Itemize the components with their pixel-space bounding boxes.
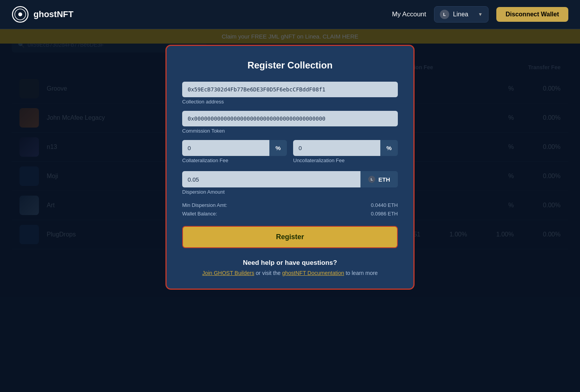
collection-address-label: Collection address	[182, 99, 398, 105]
logo-area: ghostNFT	[12, 6, 74, 23]
commission-token-label: Commission Token	[182, 128, 398, 134]
collateralization-fee-input-row: %	[182, 140, 287, 156]
help-section: Need help or have questions? Join GHOST …	[182, 259, 398, 276]
fee-row: % Collateralization Fee % Uncollateraliz…	[182, 140, 398, 170]
network-name: Linea	[453, 11, 474, 18]
network-selector[interactable]: L Linea ▼	[434, 6, 489, 23]
min-dispersion-value: 0.0440 ETH	[371, 201, 398, 210]
modal-title: Register Collection	[182, 60, 398, 71]
help-text-2: or visit the	[254, 270, 282, 276]
dispersion-row: L ETH	[182, 171, 398, 187]
ghost-builders-link[interactable]: Join GHOST Builders	[202, 270, 255, 276]
chevron-down-icon: ▼	[478, 12, 483, 17]
collateralization-fee-unit-button[interactable]: %	[269, 140, 287, 156]
register-collection-modal: Register Collection Collection address C…	[165, 45, 415, 290]
logo-text: ghostNFT	[33, 9, 74, 19]
help-text: Join GHOST Builders or visit the ghostNF…	[182, 270, 398, 276]
network-dot: L	[440, 10, 449, 19]
linea-dot-icon: L	[368, 176, 375, 183]
help-text-4: to learn more	[344, 270, 378, 276]
min-dispersion-label: Min Dispersion Amt:	[182, 201, 227, 210]
wallet-balance-value: 0.0986 ETH	[371, 210, 398, 218]
dispersion-eth-button[interactable]: L ETH	[360, 171, 398, 187]
uncollateralization-fee-input-row: %	[293, 140, 398, 156]
ghost-nft-docs-link[interactable]: ghostNFT Documentation	[282, 270, 344, 276]
wallet-balance-label: Wallet Balance:	[182, 210, 227, 218]
collection-address-input[interactable]	[182, 82, 398, 97]
modal-overlay: Register Collection Collection address C…	[0, 29, 580, 392]
info-right: 0.0440 ETH 0.0986 ETH	[371, 201, 398, 218]
register-button[interactable]: Register	[182, 226, 398, 248]
collateralization-fee-input[interactable]	[182, 140, 269, 156]
uncollateralization-fee-label: Uncollateralization Fee	[293, 158, 398, 163]
dispersion-amount-input[interactable]	[182, 171, 360, 187]
uncollateralization-fee-unit-button[interactable]: %	[380, 140, 398, 156]
my-account-link[interactable]: My Account	[392, 10, 426, 18]
disconnect-wallet-button[interactable]: Disconnect Wallet	[496, 7, 568, 22]
help-title: Need help or have questions?	[182, 259, 398, 267]
header-right: My Account L Linea ▼ Disconnect Wallet	[392, 6, 568, 23]
uncollateralization-fee-input[interactable]	[293, 140, 380, 156]
dispersion-eth-label: ETH	[378, 176, 390, 183]
uncollateralization-fee-group: % Uncollateralization Fee	[293, 140, 398, 170]
svg-point-2	[18, 12, 22, 16]
ghost-nft-logo-icon	[12, 6, 29, 23]
header: ghostNFT My Account L Linea ▼ Disconnect…	[0, 0, 580, 29]
info-left: Min Dispersion Amt: Wallet Balance:	[182, 201, 227, 218]
collateralization-fee-group: % Collateralization Fee	[182, 140, 287, 170]
collateralization-fee-label: Collateralization Fee	[182, 158, 287, 163]
dispersion-amount-label: Dispersion Amount	[182, 189, 398, 195]
commission-token-input[interactable]	[182, 111, 398, 126]
info-grid: Min Dispersion Amt: Wallet Balance: 0.04…	[182, 201, 398, 218]
